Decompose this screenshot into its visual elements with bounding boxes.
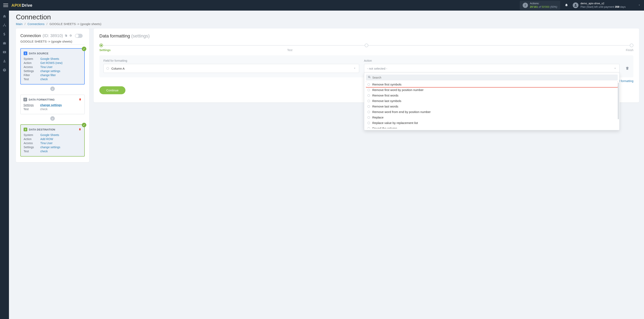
action-option-label: Remove last symbols <box>372 99 402 102</box>
chevron-up-icon <box>614 67 616 70</box>
dropdown-search-input[interactable] <box>372 76 616 79</box>
action-option[interactable]: Remove word from end by position number <box>366 109 618 114</box>
field-value: Column A <box>111 67 124 70</box>
user-menu[interactable]: demo_apix-drive_s2 Plan |Start| left unt… <box>573 2 641 9</box>
page-title: Connection <box>16 13 639 21</box>
action-option[interactable]: Remove last symbols <box>366 98 618 104</box>
radio-icon <box>368 105 370 108</box>
step-number: 3 <box>24 128 27 131</box>
step-title: DATA DESTINATION <box>29 128 55 131</box>
continue-button[interactable]: Continue <box>99 86 126 94</box>
nav-briefcase-icon[interactable] <box>0 39 9 48</box>
step-number: 2 <box>24 98 27 102</box>
dropdown-search[interactable] <box>366 74 618 80</box>
source-filter-link[interactable]: change filter <box>40 74 56 77</box>
left-rail <box>0 10 9 167</box>
field-select[interactable]: Column A <box>104 64 359 73</box>
action-option[interactable]: Remove first word by position number <box>366 87 618 93</box>
data-destination-box[interactable]: ✓ 3 DATA DESTINATION SystemGoogle Sheets… <box>20 124 85 156</box>
wizard-label-settings: Settings <box>99 48 110 52</box>
field-label: Field for formatting <box>104 59 359 62</box>
nav-profile-icon[interactable] <box>0 56 9 66</box>
wizard-steps <box>99 44 634 47</box>
connection-panel: Connection (ID: 38910) GOOGLE SHEETS -> … <box>16 28 89 162</box>
action-select[interactable]: - not selected - <box>364 64 620 73</box>
formatting-settings-link[interactable]: change settings <box>40 104 62 107</box>
action-label: Action <box>364 59 620 62</box>
source-action-link[interactable]: Get ROWS (new) <box>40 61 62 64</box>
scrollbar[interactable] <box>618 83 619 119</box>
radio-icon <box>368 83 370 86</box>
chevron-down-icon[interactable] <box>638 4 641 7</box>
action-option-label: Remove first symbols <box>372 83 402 86</box>
dest-test-link[interactable]: check <box>40 150 48 153</box>
trash-icon[interactable] <box>78 128 82 131</box>
action-value: - not selected - <box>367 67 387 70</box>
actions-box[interactable]: i Actions: 25'161 of 50'000 (50%) <box>520 0 560 10</box>
action-option-label: Remove first word by position number <box>372 88 424 92</box>
source-settings-link[interactable]: change settings <box>40 70 60 73</box>
action-option[interactable]: Replace value by replacement list <box>366 120 618 126</box>
formatting-title: Data formatting <box>99 34 130 38</box>
nav-connections-icon[interactable] <box>0 21 9 30</box>
logo-api: API <box>12 3 18 8</box>
search-icon <box>368 76 371 79</box>
breadcrumb-current: GOOGLE SHEETS -> (google sheets) <box>50 22 102 26</box>
radio-icon <box>368 94 370 97</box>
dest-settings-link[interactable]: change settings <box>40 146 60 149</box>
logo[interactable]: APIXDrive <box>12 3 32 8</box>
radio-icon <box>368 89 370 91</box>
hamburger-icon[interactable] <box>3 3 8 8</box>
nav-help-icon[interactable] <box>0 66 9 74</box>
wizard-step-test[interactable] <box>365 44 368 47</box>
delete-row-icon[interactable] <box>625 66 629 73</box>
wizard-step-settings[interactable] <box>99 44 103 47</box>
copy-icon[interactable] <box>64 34 68 38</box>
bell-icon[interactable] <box>564 3 568 8</box>
add-step-button[interactable]: + <box>50 86 55 91</box>
logo-drive: Drive <box>22 3 32 8</box>
connection-heading: Connection <box>20 34 41 38</box>
action-option[interactable]: Remove first symbols <box>366 82 618 87</box>
action-option[interactable]: Remove first words <box>366 93 618 98</box>
action-option[interactable]: Round the column <box>366 126 618 128</box>
data-formatting-box[interactable]: 2 DATA FORMATTING Settingschange setting… <box>20 95 85 114</box>
nav-video-icon[interactable] <box>0 48 9 56</box>
nav-home-icon[interactable] <box>0 12 9 21</box>
add-step-button[interactable]: + <box>50 116 55 121</box>
check-icon: ✓ <box>82 123 86 127</box>
breadcrumb-connections[interactable]: Connections <box>28 22 44 26</box>
dest-action-link[interactable]: Add ROW <box>40 138 53 141</box>
action-option-label: Replace <box>372 116 384 119</box>
breadcrumb-main[interactable]: Main <box>16 22 22 26</box>
action-option[interactable]: Replace <box>366 114 618 120</box>
step-number: 1 <box>24 52 27 55</box>
dest-access-link[interactable]: Tina User <box>40 142 52 145</box>
dest-system-link[interactable]: Google Sheets <box>40 133 59 136</box>
formatting-panel: Data formatting (settings) Settings Test… <box>94 28 639 102</box>
source-system-link[interactable]: Google Sheets <box>40 57 59 60</box>
source-access-link[interactable]: Tina User <box>40 65 52 68</box>
user-plan: Plan |Start| left until payment 359 days <box>580 5 626 9</box>
actions-total: 50'000 <box>542 5 550 8</box>
gear-icon[interactable] <box>69 34 72 38</box>
actions-label: Actions: <box>530 2 557 5</box>
wizard-step-finish[interactable] <box>630 44 634 47</box>
connection-name: GOOGLE SHEETS -> (google sheets) <box>20 40 85 44</box>
formatting-row: Field for formatting Column A Action - n… <box>99 55 634 77</box>
radio-icon <box>368 127 370 129</box>
connection-toggle[interactable] <box>75 34 83 38</box>
action-option-label: Remove word from end by position number <box>372 110 431 114</box>
nav-billing-icon[interactable] <box>0 30 9 39</box>
actions-used: 25'161 <box>530 5 538 8</box>
step-title: DATA FORMATTING <box>29 98 55 101</box>
user-name: demo_apix-drive_s2 <box>580 2 626 5</box>
check-icon: ✓ <box>82 46 86 51</box>
source-test-link[interactable]: check <box>40 78 48 81</box>
action-option[interactable]: Remove last words <box>366 104 618 109</box>
data-source-box[interactable]: ✓ 1 DATA SOURCE SystemGoogle Sheets Acti… <box>20 48 85 84</box>
top-bar: APIXDrive i Actions: 25'161 of 50'000 (5… <box>0 0 644 10</box>
trash-icon[interactable] <box>78 98 82 102</box>
radio-icon <box>368 111 370 113</box>
formatting-test: check <box>40 108 48 111</box>
